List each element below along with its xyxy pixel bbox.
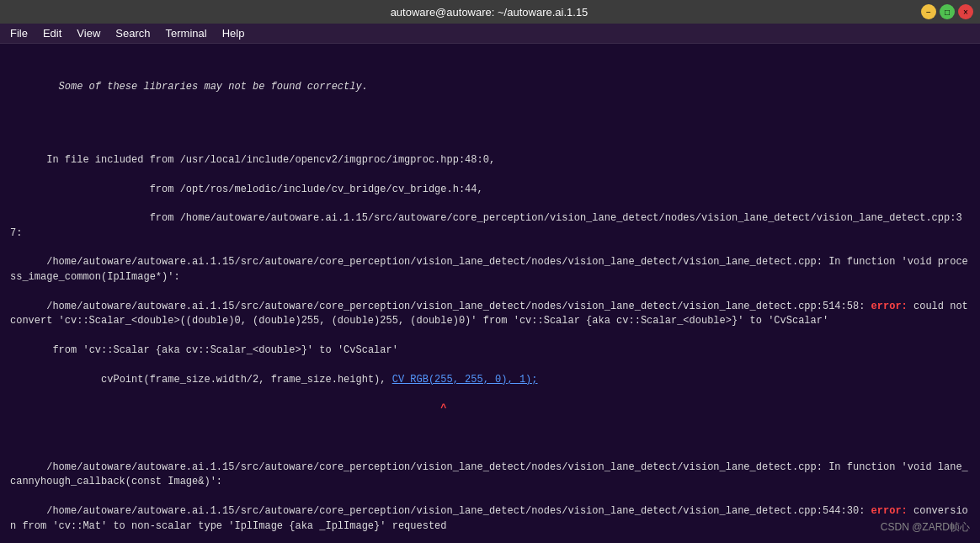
terminal-body[interactable]: Some of these libraries may not be found…: [0, 44, 980, 543]
include-line1: In file included from /usr/local/include…: [46, 154, 495, 166]
window-controls: − □ ×: [921, 4, 973, 19]
error-caret1: ^: [46, 402, 446, 414]
maximize-button[interactable]: □: [940, 4, 955, 19]
error-code1: from 'cv::Scalar {aka cv::Scalar_<double…: [46, 344, 398, 356]
menu-search[interactable]: Search: [109, 25, 157, 41]
error-line1: /home/autoware/autoware.ai.1.15/src/auto…: [10, 301, 974, 327]
error-context1: /home/autoware/autoware.ai.1.15/src/auto…: [10, 256, 968, 282]
menu-help[interactable]: Help: [216, 25, 252, 41]
include-line3: from /home/autoware/autoware.ai.1.15/src…: [10, 212, 962, 238]
window-title: autoware@autoware: ~/autoware.ai.1.15: [57, 6, 921, 19]
minimize-button[interactable]: −: [921, 4, 936, 19]
menu-file[interactable]: File: [3, 25, 35, 41]
error-code-line: cvPoint(frame_size.width/2, frame_size.h…: [46, 374, 537, 386]
title-bar: autoware@autoware: ~/autoware.ai.1.15 − …: [0, 0, 980, 24]
error-line2: /home/autoware/autoware.ai.1.15/src/auto…: [10, 505, 968, 531]
include-line2: from /opt/ros/melodic/include/cv_bridge/…: [46, 184, 482, 195]
watermark: CSDN @ZARD帧心: [881, 520, 970, 535]
warning-text: Some of these libraries may not be found…: [10, 81, 368, 107]
terminal-output: Some of these libraries may not be found…: [10, 51, 970, 543]
menu-terminal[interactable]: Terminal: [159, 25, 214, 41]
close-button[interactable]: ×: [958, 4, 973, 19]
terminal-window: autoware@autoware: ~/autoware.ai.1.15 − …: [0, 0, 980, 543]
menu-bar: File Edit View Search Terminal Help: [0, 24, 980, 44]
menu-view[interactable]: View: [70, 25, 107, 41]
error-context2: /home/autoware/autoware.ai.1.15/src/auto…: [10, 461, 968, 487]
menu-edit[interactable]: Edit: [36, 25, 68, 41]
